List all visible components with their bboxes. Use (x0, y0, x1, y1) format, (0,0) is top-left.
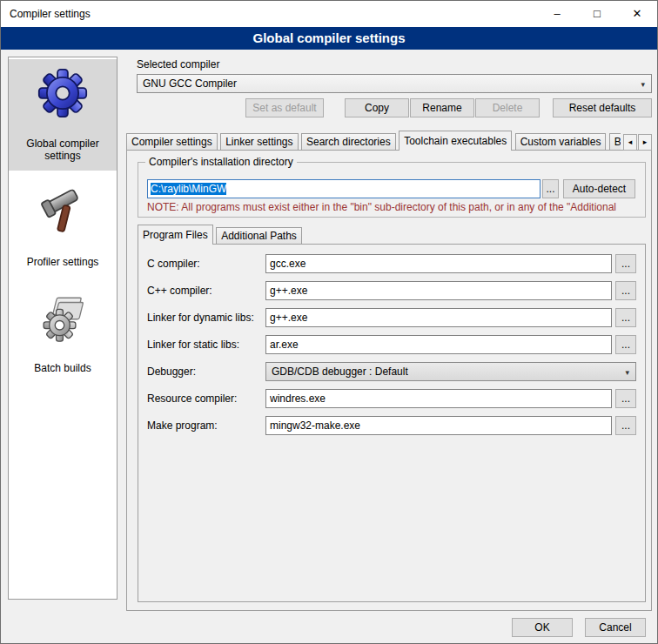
dialog-header: Global compiler settings (1, 27, 657, 50)
tab-search-directories[interactable]: Search directories (301, 133, 396, 151)
debugger-dropdown[interactable]: GDB/CDB debugger : Default ▾ (265, 362, 636, 381)
selected-compiler-label: Selected compiler (137, 58, 219, 70)
maximize-icon: □ (594, 7, 601, 20)
dynamic-linker-label: Linker for dynamic libs: (147, 308, 254, 327)
batch-gear-icon-svg (38, 292, 87, 343)
browse-button[interactable]: ... (615, 416, 636, 435)
browse-button[interactable]: ... (615, 254, 636, 273)
c-compiler-label: C compiler: (147, 254, 200, 273)
cpp-compiler-label: C++ compiler: (147, 281, 212, 300)
minimize-icon: – (554, 7, 560, 20)
copy-button[interactable]: Copy (345, 98, 409, 117)
browse-button[interactable]: ... (615, 308, 636, 327)
titlebar[interactable]: Compiler settings – □ ✕ (1, 1, 657, 27)
debugger-value: GDB/CDB debugger : Default (272, 366, 408, 378)
tab-program-files[interactable]: Program Files (138, 225, 213, 245)
cancel-button[interactable]: Cancel (585, 618, 646, 637)
gear-icon-svg (37, 68, 88, 118)
sidebar-item-profiler-settings[interactable]: Profiler settings (9, 178, 117, 277)
window-title: Compiler settings (10, 1, 91, 27)
hammer-icon-svg (38, 186, 87, 237)
program-files-panel: C compiler: ... C++ compiler: ... Linker… (138, 244, 646, 602)
field-row-resource-compiler: Resource compiler: ... (138, 389, 645, 408)
close-icon: ✕ (633, 7, 642, 20)
chevron-down-icon: ▾ (625, 364, 629, 381)
chevron-down-icon: ▾ (641, 76, 645, 93)
gear-icon (37, 66, 88, 120)
tab-custom-variables[interactable]: Custom variables (515, 133, 607, 151)
field-row-make-program: Make program: ... (138, 416, 645, 435)
c-compiler-input[interactable] (265, 254, 612, 273)
sidebar-item-batch-builds[interactable]: Batch builds (9, 284, 117, 383)
sidebar-item-label: Batch builds (34, 362, 91, 374)
ok-button[interactable]: OK (512, 618, 573, 637)
program-files-tabstrip: Program Files Additional Paths (138, 225, 642, 245)
browse-button[interactable]: ... (615, 281, 636, 300)
selected-compiler-dropdown[interactable]: GNU GCC Compiler ▾ (137, 74, 652, 93)
tab-scroll-right-button[interactable]: ▸ (638, 134, 652, 151)
rename-button[interactable]: Rename (410, 98, 474, 117)
sidebar-item-global-compiler-settings[interactable]: Global compiler settings (9, 59, 117, 171)
tab-scroll-left-button[interactable]: ◂ (623, 134, 637, 151)
batch-gear-icon (38, 291, 87, 345)
left-arrow-icon: ◂ (628, 138, 633, 146)
dynamic-linker-input[interactable] (265, 308, 612, 327)
tab-build-options[interactable]: Build options (609, 133, 621, 151)
browse-button[interactable]: ... (615, 335, 636, 354)
settings-category-sidebar: Global compiler settings Profi (8, 57, 118, 600)
compiler-settings-tabstrip: Compiler settings Linker settings Search… (126, 131, 652, 151)
selected-compiler-value: GNU GCC Compiler (143, 77, 237, 90)
resource-compiler-input[interactable] (265, 389, 612, 408)
installation-directory-title: Compiler's installation directory (145, 156, 297, 168)
sidebar-item-label: Global compiler settings (11, 138, 114, 162)
static-linker-label: Linker for static libs: (147, 335, 239, 354)
reset-defaults-button[interactable]: Reset defaults (553, 98, 652, 117)
debugger-label: Debugger: (147, 362, 196, 381)
browse-directory-button[interactable]: ... (542, 179, 559, 198)
hammer-icon (38, 184, 87, 238)
delete-button[interactable]: Delete (475, 98, 540, 117)
make-program-label: Make program: (147, 416, 218, 435)
field-row-static-linker: Linker for static libs: ... (138, 335, 645, 354)
close-button[interactable]: ✕ (617, 1, 657, 27)
auto-detect-button[interactable]: Auto-detect (563, 179, 635, 198)
resource-compiler-label: Resource compiler: (147, 389, 237, 408)
install-directory-selected-text: C:\raylib\MinGW (151, 183, 226, 195)
install-directory-input[interactable]: C:\raylib\MinGW (147, 179, 540, 198)
make-program-input[interactable] (265, 416, 612, 435)
minimize-button[interactable]: – (537, 1, 577, 27)
tab-toolchain-executables[interactable]: Toolchain executables (399, 131, 512, 151)
field-row-dynamic-linker: Linker for dynamic libs: ... (138, 308, 645, 327)
tab-linker-settings[interactable]: Linker settings (220, 133, 298, 151)
sidebar-item-label: Profiler settings (27, 256, 99, 268)
tab-additional-paths[interactable]: Additional Paths (216, 227, 302, 245)
browse-button[interactable]: ... (615, 389, 636, 408)
compiler-settings-window: Compiler settings – □ ✕ Global compiler … (0, 0, 658, 644)
maximize-button[interactable]: □ (577, 1, 617, 27)
static-linker-input[interactable] (265, 335, 612, 354)
set-as-default-button[interactable]: Set as default (245, 98, 324, 117)
tab-list: Compiler settings Linker settings Search… (126, 131, 621, 151)
cpp-compiler-input[interactable] (265, 281, 612, 300)
installation-directory-groupbox: Compiler's installation directory C:\ray… (138, 162, 646, 218)
directory-note: NOTE: All programs must exist either in … (147, 201, 640, 213)
toolchain-executables-panel: Compiler's installation directory C:\ray… (126, 150, 652, 611)
field-row-cpp-compiler: C++ compiler: ... (138, 281, 645, 300)
field-row-c-compiler: C compiler: ... (138, 254, 645, 273)
window-controls: – □ ✕ (537, 1, 657, 27)
tab-compiler-settings[interactable]: Compiler settings (126, 133, 218, 151)
right-arrow-icon: ▸ (643, 138, 648, 146)
field-row-debugger: Debugger: GDB/CDB debugger : Default ▾ (138, 362, 645, 381)
